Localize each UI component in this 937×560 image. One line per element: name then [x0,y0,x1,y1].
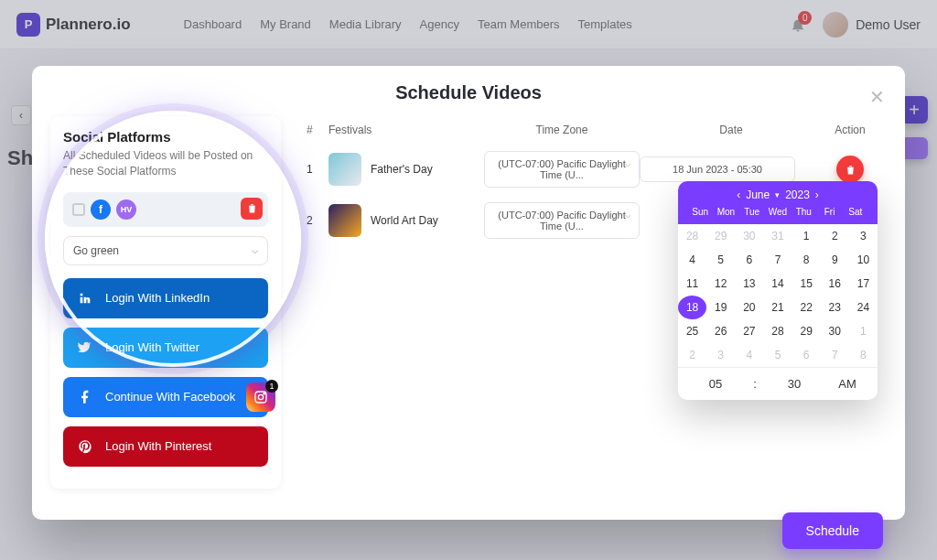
date-cell[interactable]: 23 [821,296,849,319]
date-cell[interactable]: 28 [678,224,706,248]
close-icon[interactable]: ✕ [869,86,885,108]
button-label: Login With Pinterest [105,439,211,453]
datepicker-month[interactable]: June [746,188,770,201]
date-cell[interactable]: 29 [706,224,735,248]
instagram-icon[interactable]: 1 [246,382,275,412]
date-cell[interactable]: 20 [735,296,763,319]
connected-account-row[interactable]: f HV [63,192,268,227]
date-cell[interactable]: 14 [763,272,792,296]
date-cell[interactable]: 2 [678,343,706,367]
dow-label: Sun [687,207,713,217]
dow-label: Thu [791,207,816,217]
col-festival: Festivals [328,124,484,136]
date-cell[interactable]: 24 [849,296,878,319]
date-cell[interactable]: 1 [849,319,878,343]
date-cell[interactable]: 6 [792,343,821,367]
date-input[interactable]: 18 Jun 2023 - 05:30 [640,156,795,182]
date-cell[interactable]: 21 [763,296,792,319]
date-cell[interactable]: 15 [792,272,821,296]
time-sep: : [746,377,764,391]
time-ampm[interactable]: AM [824,377,870,391]
date-cell[interactable]: 3 [849,224,878,248]
datepicker-grid: 2829303112345678910111213141516171819202… [678,224,878,367]
login-linkedin-button[interactable]: Login With LinkedIn [63,278,268,318]
date-cell[interactable]: 29 [792,319,821,343]
twitter-icon [76,339,94,357]
date-cell[interactable]: 7 [763,248,792,272]
col-index: # [307,124,328,136]
dow-label: Mon [713,207,738,217]
date-cell[interactable]: 8 [792,248,821,272]
pinterest-icon [76,437,94,456]
datepicker-year[interactable]: 2023 [785,188,810,201]
date-cell[interactable]: 7 [821,343,849,367]
festival-name: World Art Day [371,214,438,227]
time-hour[interactable]: 05 [685,377,746,391]
row-index: 1 [307,163,328,176]
date-cell[interactable]: 5 [763,343,792,367]
brand-select[interactable]: Go green [63,236,268,265]
dow-label: Sat [843,207,868,217]
timezone-select[interactable]: (UTC-07:00) Pacific Daylight Time (U... [484,202,640,239]
account-initials-badge: HV [116,199,136,220]
date-cell[interactable]: 2 [821,224,849,248]
login-pinterest-button[interactable]: Login With Pinterest [63,426,268,467]
card-heading: Social Platforms [63,129,268,145]
date-cell[interactable]: 10 [849,248,878,272]
dow-label: Wed [765,207,791,217]
schedule-button[interactable]: Schedule [782,512,883,549]
svg-point-1 [258,394,263,399]
account-checkbox[interactable] [72,203,85,216]
date-cell[interactable]: 11 [678,272,706,296]
instagram-badge: 1 [265,380,278,393]
login-twitter-button[interactable]: Login With Twitter [63,328,268,368]
date-cell[interactable]: 28 [763,319,792,343]
date-cell[interactable]: 4 [678,248,706,272]
delete-account-button[interactable] [241,198,263,220]
video-thumbnail [328,153,361,186]
next-month-button[interactable]: › [815,188,819,201]
date-cell[interactable]: 8 [849,343,878,367]
time-picker: 05 : 30 AM [678,367,878,400]
date-cell[interactable]: 6 [735,248,763,272]
social-platforms-card: Social Platforms All Scheduled Videos wi… [50,116,281,489]
datepicker-popover: ‹ June▾ 2023 › Sun Mon Tue Wed Thu Fri S… [678,181,878,400]
date-cell[interactable]: 22 [792,296,821,319]
date-cell[interactable]: 18 [678,296,706,319]
date-cell[interactable]: 9 [821,248,849,272]
date-cell[interactable]: 31 [763,224,792,248]
date-cell[interactable]: 30 [821,319,849,343]
table-header: # Festivals Time Zone Date Action [297,116,887,144]
date-cell[interactable]: 5 [706,248,735,272]
date-cell[interactable]: 13 [735,272,763,296]
card-subheading: All Scheduled Videos will be Posted on T… [63,148,268,179]
button-label: Login With LinkedIn [105,291,210,305]
time-minute[interactable]: 30 [764,377,824,391]
dow-label: Fri [816,207,842,217]
date-cell[interactable]: 30 [735,224,763,248]
date-cell[interactable]: 27 [735,319,763,343]
date-cell[interactable]: 16 [821,272,849,296]
svg-point-2 [264,393,264,393]
dow-label: Tue [739,207,765,217]
facebook-icon: f [91,199,111,220]
login-facebook-button[interactable]: Continue With Facebook 1 [63,377,268,417]
date-cell[interactable]: 19 [706,296,735,319]
date-cell[interactable]: 12 [706,272,735,296]
date-cell[interactable]: 17 [849,272,878,296]
delete-row-button[interactable] [836,156,864,183]
festival-name: Father's Day [371,163,433,176]
date-cell[interactable]: 1 [792,224,821,248]
date-cell[interactable]: 3 [706,343,735,367]
video-thumbnail [328,204,361,237]
col-action: Action [823,124,878,136]
timezone-select[interactable]: (UTC-07:00) Pacific Daylight Time (U... [484,151,640,188]
prev-month-button[interactable]: ‹ [737,188,740,201]
dow-row: Sun Mon Tue Wed Thu Fri Sat [687,207,868,217]
linkedin-icon [76,289,94,307]
date-cell[interactable]: 26 [706,319,735,343]
date-cell[interactable]: 4 [735,343,763,367]
row-index: 2 [307,214,328,227]
date-cell[interactable]: 25 [678,319,706,343]
col-timezone: Time Zone [484,124,640,136]
